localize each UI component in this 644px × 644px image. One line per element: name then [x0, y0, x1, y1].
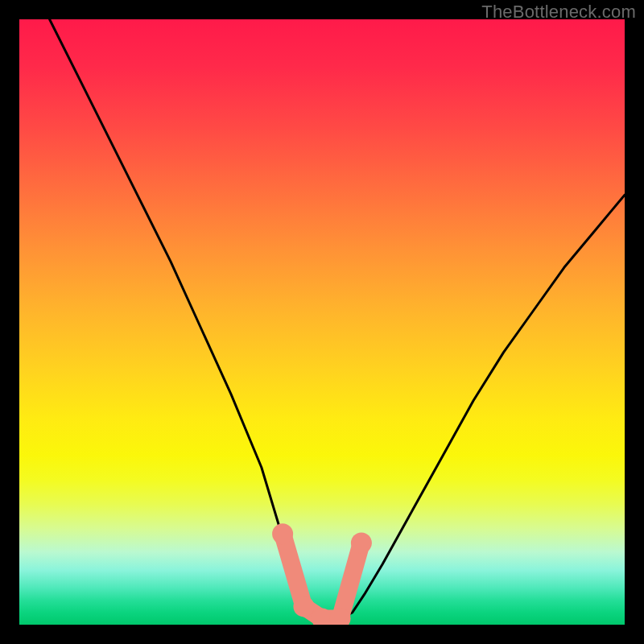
heat-gradient-background	[19, 19, 625, 625]
plot-area	[19, 19, 625, 625]
watermark-label: TheBottleneck.com	[481, 2, 636, 23]
chart-frame: TheBottleneck.com	[0, 0, 644, 644]
